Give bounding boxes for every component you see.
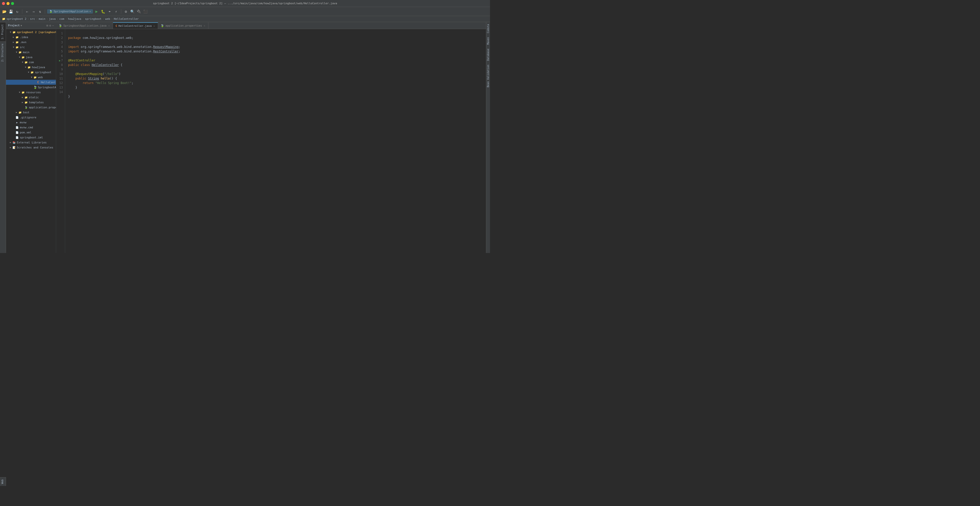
mvnwcmd-file-icon: 📄: [15, 125, 19, 129]
titlebar: springboot 2 [~/IdeaProjects/springboot …: [0, 0, 490, 7]
right-tab-maven[interactable]: Maven: [486, 35, 490, 46]
tree-label-idea: .idea: [20, 36, 28, 39]
tab-close-springbootapp[interactable]: ✕: [108, 24, 110, 27]
structure-tab[interactable]: 2: Structure: [0, 42, 6, 64]
project-tab[interactable]: 1: Project: [0, 22, 6, 42]
sidebar-settings-icon[interactable]: ⚙: [49, 24, 51, 27]
tree-item-external-libs[interactable]: ▶ 📚 External Libraries: [6, 140, 56, 145]
search-button[interactable]: 🔍: [130, 9, 135, 14]
folder-icon-springboot-pkg: 📁: [30, 70, 34, 74]
breadcrumb-item-5[interactable]: com: [59, 17, 64, 21]
tree-label-how2java: how2java: [32, 66, 45, 69]
string-hello-path: "/hello": [105, 72, 119, 76]
maximize-button[interactable]: [11, 2, 14, 5]
tree-label-iml: springboot.iml: [20, 136, 43, 139]
minimize-button[interactable]: [6, 2, 10, 5]
back-button[interactable]: ←: [24, 9, 30, 14]
tree-item-appprops[interactable]: 🍃 application.properties: [6, 105, 56, 110]
tree-item-java-dir[interactable]: ▼ 📁 java: [6, 55, 56, 60]
tree-item-resources[interactable]: ▼ 📁 resources: [6, 90, 56, 95]
breadcrumb-item-8[interactable]: web: [105, 17, 110, 21]
breadcrumb-item-7[interactable]: springboot: [85, 17, 102, 21]
open-button[interactable]: 📂: [2, 9, 7, 14]
tree-item-root[interactable]: ▼ 📁 springboot 2 [springboot] ~/IdeaProj…: [6, 30, 56, 35]
line-num-8: 8: [57, 63, 63, 67]
breadcrumb-item-4[interactable]: java: [49, 17, 56, 21]
tab-hellocontroller[interactable]: C HelloController.java ✕: [113, 22, 158, 29]
tree-item-web[interactable]: ▼ 📁 web: [6, 75, 56, 80]
breadcrumb: 📁 springboot 2 › src › main › java › com…: [0, 16, 490, 22]
tree-label-templates: templates: [29, 101, 44, 104]
tree-item-hellocontroller[interactable]: C HelloController: [6, 80, 56, 85]
tree-label-gitignore: .gitignore: [20, 116, 36, 119]
code-editor[interactable]: package com.how2java.springboot.web; imp…: [65, 29, 486, 253]
tree-item-iml[interactable]: 📄 springboot.iml: [6, 135, 56, 140]
tree-item-mvn[interactable]: ▶ 📁 .mvn: [6, 40, 56, 45]
stop-button[interactable]: ⬛: [143, 9, 148, 14]
tree-label-java-dir: java: [26, 56, 33, 59]
traffic-lights: [2, 2, 14, 5]
sidebar-header-actions: ⊞ ⚙ −: [46, 24, 54, 27]
tree-item-templates[interactable]: ▶ 📁 templates: [6, 100, 56, 105]
tree-item-src[interactable]: ▼ 📁 src: [6, 45, 56, 49]
line-7-run-icon[interactable]: ▶: [59, 59, 60, 62]
keyword-import-1: import: [68, 45, 79, 49]
folder-icon-templates: 📁: [24, 100, 28, 104]
save-button[interactable]: 💾: [8, 9, 14, 14]
sidebar-scope-icon[interactable]: ⊞: [46, 24, 48, 27]
coverage-button[interactable]: ☂: [107, 9, 113, 14]
tree-item-mvnw[interactable]: ▶ mvnw: [6, 120, 56, 125]
tree-item-pomxml[interactable]: 📄 pom.xml: [6, 130, 56, 135]
tab-appprops[interactable]: 🍃 application.properties ✕: [158, 22, 208, 29]
tree-item-mvnwcmd[interactable]: 📄 mvnw.cmd: [6, 125, 56, 130]
tree-item-how2java[interactable]: ▼ 📁 how2java: [6, 65, 56, 70]
right-tab-database[interactable]: Database: [486, 46, 490, 63]
scratches-icon: 📝: [12, 145, 16, 150]
breadcrumb-item-9[interactable]: HelloController: [114, 17, 138, 21]
tree-arrow-java-dir: ▼: [18, 56, 21, 58]
import-class-2: RestController: [153, 49, 179, 53]
project-dropdown-arrow[interactable]: ▼: [21, 24, 22, 27]
tree-item-main[interactable]: ▼ 📁 main: [6, 49, 56, 55]
forward-button[interactable]: →: [31, 9, 36, 14]
project-tree: ▼ 📁 springboot 2 [springboot] ~/IdeaProj…: [6, 29, 56, 253]
main-layout: 1: Project 2: Structure 2: Favorites Pro…: [0, 22, 490, 253]
tree-label-appprops: application.properties: [29, 106, 56, 109]
tree-arrow-springboot-pkg: ▼: [27, 71, 30, 73]
profile-button[interactable]: ⚡: [113, 9, 119, 14]
breadcrumb-folder-icon: 📁: [2, 17, 5, 21]
method-hello: hello: [101, 77, 110, 80]
tree-item-com[interactable]: ▼ 📁 com: [6, 60, 56, 65]
prop-file-icon: 🍃: [24, 105, 28, 109]
tab-close-appprops[interactable]: ✕: [203, 24, 206, 27]
close-button[interactable]: [2, 2, 5, 5]
tree-label-external-libs: External Libraries: [17, 141, 46, 144]
run-config-selector[interactable]: 🍃 SpringbootApplication ▼: [47, 9, 93, 14]
right-tab-codota[interactable]: Codota: [486, 22, 490, 35]
tree-item-springbootapp[interactable]: 🍃 SpringbootApplication: [6, 85, 56, 90]
debug-button[interactable]: 🐛: [100, 9, 106, 14]
tree-item-springboot-pkg[interactable]: ▼ 📁 springboot: [6, 70, 56, 75]
breadcrumb-item-1[interactable]: springboot 2: [6, 17, 26, 21]
run-button[interactable]: ▶: [94, 9, 99, 14]
tree-item-idea[interactable]: ▶ 📁 .idea: [6, 35, 56, 40]
tab-springbootapp[interactable]: 🍃 SpringbootApplication.java ✕: [56, 22, 113, 29]
tree-arrow-static: ▶: [21, 96, 24, 99]
plugins-button[interactable]: 🔌: [136, 9, 142, 14]
tab-label-appprops: application.properties: [165, 24, 202, 27]
breadcrumb-item-6[interactable]: how2java: [68, 17, 81, 21]
tab-close-hellocontroller[interactable]: ✕: [153, 24, 155, 27]
tree-item-gitignore[interactable]: 📄 .gitignore: [6, 115, 56, 120]
breadcrumb-item-3[interactable]: main: [39, 17, 46, 21]
folder-icon-mvn: 📁: [15, 40, 19, 44]
sidebar-minimize-icon[interactable]: −: [52, 24, 54, 27]
settings-button[interactable]: ⚙: [123, 9, 129, 14]
tree-item-test[interactable]: ▶ 📁 test: [6, 110, 56, 115]
refresh-button[interactable]: ↻: [14, 9, 20, 14]
tree-item-scratches[interactable]: ▶ 📝 Scratches and Consoles: [6, 145, 56, 150]
navigate-button[interactable]: ⇅: [37, 9, 43, 14]
right-tab-bean-validation[interactable]: Bean Validation: [486, 63, 490, 89]
folder-icon-main: 📁: [18, 50, 22, 54]
breadcrumb-item-2[interactable]: src: [30, 17, 35, 21]
tree-item-static[interactable]: ▶ 📁 static: [6, 95, 56, 100]
